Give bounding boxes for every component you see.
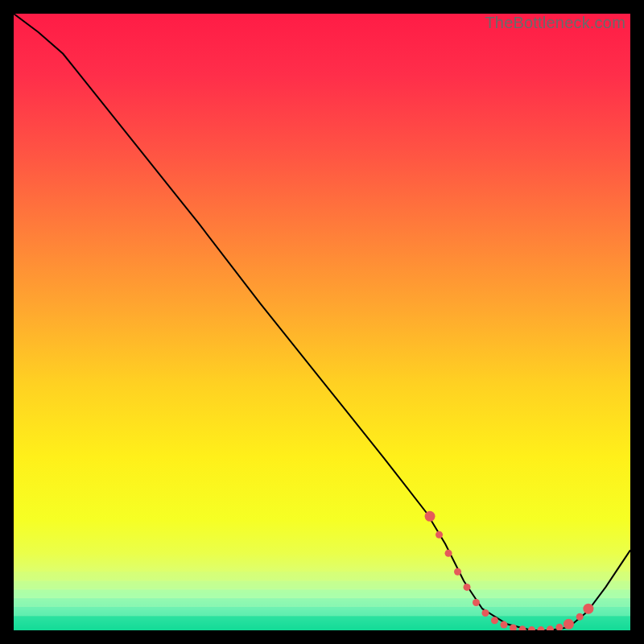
green-band [14,572,630,580]
green-band [14,598,630,605]
highlight-dot [491,617,498,624]
highlight-dot [436,531,443,539]
green-band [14,607,630,615]
highlight-dot [500,621,507,629]
highlight-dot [583,604,593,614]
highlight-dot [564,619,574,630]
watermark-label: TheBottleneck.com [485,14,625,32]
highlight-dot [454,568,461,576]
green-band [14,581,630,588]
chart-frame: TheBottleneck.com [14,14,630,630]
gradient-background [14,14,630,630]
highlight-dot [481,609,489,617]
highlight-dot [576,613,584,621]
highlight-dot [445,550,452,557]
green-band [14,589,630,597]
highlight-dot [425,511,436,522]
bottleneck-chart [14,14,630,630]
highlight-dot [473,599,480,606]
highlight-dot [464,584,471,591]
